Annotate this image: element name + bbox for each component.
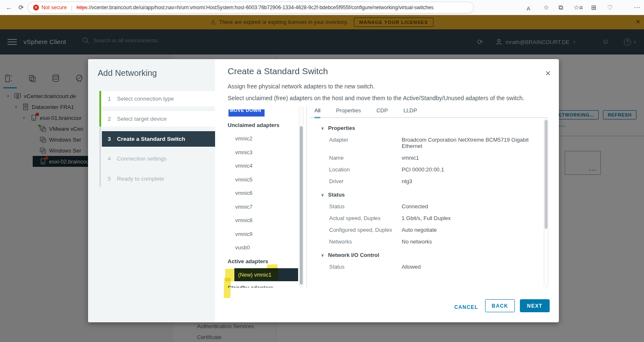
adapter-item[interactable]: vmnic5 (235, 176, 299, 185)
detail-row: Location PCI 0000:20:00.1 (329, 166, 543, 173)
browser-chrome: ← ⟳ ✕ Not secure | https ://vcenter.brai… (0, 0, 644, 15)
vsphere-app: ⚠ There are expired or expiring licenses… (0, 15, 644, 342)
favorite-star-icon[interactable]: ☆ (543, 3, 549, 12)
adapters-scrollbar[interactable] (299, 107, 304, 288)
wizard-step-4: 4 Connection settings (102, 151, 215, 166)
progress-track-done (99, 91, 101, 127)
dialog-page-title: Create a Standard Switch (228, 66, 328, 76)
adapter-item[interactable]: vmnic6 (235, 190, 299, 198)
detail-row: Networks No networks (329, 238, 543, 245)
adapter-item[interactable]: vmnic2 (235, 135, 299, 144)
next-button[interactable]: NEXT (520, 299, 550, 312)
panel-divider (306, 106, 307, 288)
address-separator: | (71, 5, 72, 10)
adapter-item[interactable]: vmnic9 (235, 231, 299, 239)
collections-icon[interactable]: ⊞ (591, 3, 597, 12)
url-scheme: https (77, 5, 88, 10)
step-number: 5 (108, 176, 117, 182)
detail-label: Status (329, 264, 402, 270)
wizard-steps-panel: Add Networking 1 Select connection type … (88, 59, 215, 322)
detail-label: Name (329, 155, 402, 161)
detail-value: ntg3 (402, 178, 412, 184)
detail-label: Location (329, 166, 402, 173)
wizard-step-1[interactable]: 1 Select connection type (102, 91, 215, 106)
address-bar[interactable]: ✕ Not secure | https ://vcenter.braincou… (28, 2, 474, 13)
detail-value: 1 Gbit/s, Full Duplex (402, 215, 451, 221)
move-down-button[interactable]: MOVE DOWN (229, 109, 265, 117)
adapter-item[interactable]: vmnic8 (235, 217, 299, 225)
detail-value: Auto negotiate (402, 227, 437, 233)
detail-label: Status (329, 203, 402, 210)
detail-label: Driver (329, 178, 402, 184)
step-label: Select connection type (117, 96, 174, 102)
read-aloud-icon[interactable]: Aʼ (527, 3, 531, 13)
add-networking-dialog: Add Networking 1 Select connection type … (88, 59, 559, 322)
cancel-button[interactable]: CANCEL (449, 301, 483, 314)
tab-cdp[interactable]: CDP (377, 107, 388, 118)
details-tabs: All Properties CDP LLDP (314, 107, 417, 118)
section-title: Network I/O Control (328, 252, 379, 258)
detail-value: Allowed (402, 264, 421, 270)
move-down-label: MOVE DOWN (229, 109, 265, 113)
detail-value: vmnic1 (402, 155, 419, 161)
detail-row: Driver ntg3 (329, 178, 543, 184)
wizard-title: Add Networking (98, 68, 157, 78)
dialog-subtitle-1: Assign free physical network adapters to… (228, 83, 375, 90)
highlight-annotation-vertical-stroke (223, 278, 231, 298)
active-adapters-header: Active adapters (228, 258, 299, 267)
browser-essentials-icon[interactable]: ♡ (607, 3, 613, 12)
highlight-annotation-bump (267, 264, 278, 271)
detail-label: Configured speed, Duplex (329, 227, 402, 233)
detail-row: Status Connected (329, 203, 543, 210)
details-scrollbar[interactable] (544, 119, 548, 288)
adapter-details: ∨ Properties Adapter Broadcom Corporatio… (310, 118, 543, 288)
browser-back-icon[interactable]: ← (6, 3, 12, 12)
adapter-item[interactable]: vmnic7 (235, 204, 299, 212)
wizard-step-2[interactable]: 2 Select target device (102, 111, 215, 127)
tab-lldp[interactable]: LLDP (403, 107, 417, 118)
adapters-list: MOVE DOWN Unclaimed adapters vmnic2 vmni… (228, 107, 299, 288)
chevron-down-icon[interactable]: ∨ (321, 126, 324, 130)
favorites-bar-icon[interactable]: ☆≡ (574, 3, 583, 12)
chevron-down-icon[interactable]: ∨ (321, 193, 324, 197)
wizard-step-3-current[interactable]: 3 Create a Standard Switch (102, 131, 215, 147)
adapter-item[interactable]: vusb0 (235, 244, 299, 253)
not-secure-label: Not secure (42, 5, 67, 10)
scrollbar-thumb[interactable] (545, 120, 548, 229)
detail-value: PCI 0000:20:00.1 (402, 166, 444, 173)
section-status: ∨ Status (321, 192, 543, 198)
tab-properties[interactable]: Properties (336, 107, 361, 118)
detail-row: Actual speed, Duplex 1 Gbit/s, Full Dupl… (329, 215, 543, 221)
step-label: Ready to complete (117, 176, 164, 182)
browser-more-icon[interactable]: ⋯ (634, 3, 640, 12)
step-number: 3 (108, 136, 117, 142)
section-network-io-control: ∨ Network I/O Control (321, 252, 543, 258)
unclaimed-adapters-header: Unclaimed adapters (228, 122, 299, 130)
adapter-item[interactable]: vmnic3 (235, 149, 299, 158)
step-number: 2 (108, 116, 117, 122)
dialog-close-icon[interactable]: ✕ (545, 69, 551, 78)
progress-track-remaining (99, 127, 101, 187)
standby-adapters-header: Standby adapters (228, 285, 299, 288)
split-screen-icon[interactable]: ⧉ (558, 3, 563, 12)
tab-all[interactable]: All (314, 107, 320, 118)
section-properties: ∨ Properties (321, 125, 543, 131)
detail-row: Status Allowed (329, 264, 543, 270)
back-button[interactable]: BACK (485, 299, 515, 312)
step-label: Select target device (117, 116, 167, 122)
detail-value: Broadcom Corporation NetXtreme BCM5719 G… (402, 137, 540, 149)
detail-label: Adapter (329, 137, 402, 149)
adapter-item[interactable]: vmnic4 (235, 163, 299, 171)
url-text: ://vcenter.braincourt.de/ui/app/host;nav… (88, 5, 434, 10)
detail-row: Adapter Broadcom Corporation NetXtreme B… (329, 137, 543, 149)
step-label: Create a Standard Switch (117, 136, 185, 142)
scrollbar-thumb[interactable] (300, 126, 303, 285)
detail-row: Name vmnic1 (329, 155, 543, 161)
chevron-down-icon[interactable]: ∨ (321, 253, 324, 257)
section-title: Status (328, 192, 345, 198)
step-number: 4 (108, 155, 117, 162)
detail-row: Configured speed, Duplex Auto negotiate (329, 227, 543, 233)
step-number: 1 (108, 96, 117, 102)
browser-refresh-icon[interactable]: ⟳ (18, 3, 24, 12)
wizard-step-5: 5 Ready to complete (102, 171, 215, 187)
